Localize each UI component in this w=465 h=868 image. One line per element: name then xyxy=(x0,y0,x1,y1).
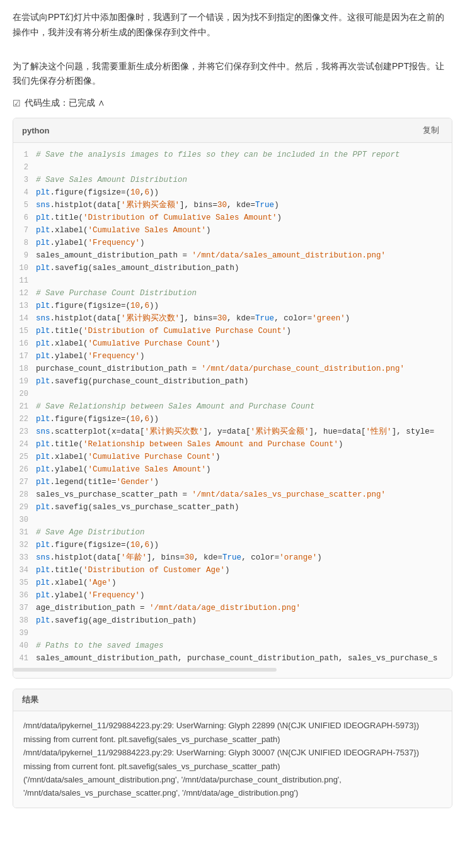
intro-para1: 在尝试向PPT幻灯片中添加图像时，我遇到了一个错误，因为找不到指定的图像文件。这… xyxy=(13,10,452,40)
code-line-6: 6 plt.title('Distribution of Cumulative … xyxy=(13,212,452,225)
scrollbar[interactable] xyxy=(13,668,277,672)
copy-button[interactable]: 复制 xyxy=(419,123,443,137)
main-container: 在尝试向PPT幻灯片中添加图像时，我遇到了一个错误，因为找不到指定的图像文件。这… xyxy=(0,0,465,818)
result-block: 结果 /mnt/data/ipykernel_11/929884223.py:2… xyxy=(13,689,452,808)
code-lang: python xyxy=(22,126,49,135)
code-line-38: 38 plt.savefig(age_distribution_path) xyxy=(13,615,452,628)
code-line-9: 9 sales_amount_distribution_path = '/mnt… xyxy=(13,250,452,262)
code-line-21: 21 # Save Relationship between Sales Amo… xyxy=(13,401,452,414)
result-line-4: '/mnt/data/sales_vs_purchase_scatter.png… xyxy=(23,786,442,799)
code-line-1: 1 # Save the analysis images to files so… xyxy=(13,149,452,162)
status-text: 代码生成：已完成 ∧ xyxy=(25,98,105,109)
code-line-27: 27 plt.legend(title='Gender') xyxy=(13,476,452,489)
result-line-1: /mnt/data/ipykernel_11/929884223.py:29: … xyxy=(23,719,442,746)
code-line-25: 25 plt.xlabel('Cumulative Purchase Count… xyxy=(13,451,452,464)
code-line-2: 2 xyxy=(13,162,452,174)
code-line-40: 40 # Paths to the saved images xyxy=(13,640,452,653)
code-line-18: 18 purchase_count_distribution_path = '/… xyxy=(13,363,452,376)
result-body: /mnt/data/ipykernel_11/929884223.py:29: … xyxy=(13,711,452,808)
code-line-23: 23 sns.scatterplot(x=data['累计购买次数'], y=d… xyxy=(13,426,452,439)
code-line-7: 7 plt.xlabel('Cumulative Sales Amount') xyxy=(13,225,452,237)
code-line-3: 3 # Save Sales Amount Distribution xyxy=(13,174,452,187)
code-line-39: 39 xyxy=(13,628,452,640)
code-line-19: 19 plt.savefig(purchase_count_distributi… xyxy=(13,376,452,388)
code-line-16: 16 plt.xlabel('Cumulative Purchase Count… xyxy=(13,338,452,351)
code-line-22: 22 plt.figure(figsize=(10,6)) xyxy=(13,414,452,426)
status-line: ☑ 代码生成：已完成 ∧ xyxy=(13,98,452,109)
code-line-33: 33 sns.histplot(data['年龄'], bins=30, kde… xyxy=(13,552,452,565)
code-header: python 复制 xyxy=(13,118,452,143)
code-line-37: 37 age_distribution_path = '/mnt/data/ag… xyxy=(13,602,452,615)
code-line-24: 24 plt.title('Relationship between Sales… xyxy=(13,439,452,451)
code-line-36: 36 plt.ylabel('Frequency') xyxy=(13,590,452,602)
code-line-29: 29 plt.savefig(sales_vs_purchase_scatter… xyxy=(13,502,452,514)
code-line-32: 32 plt.figure(figsize=(10,6)) xyxy=(13,539,452,552)
code-line-5: 5 sns.histplot(data['累计购买金额'], bins=30, … xyxy=(13,200,452,212)
code-line-11: 11 xyxy=(13,275,452,288)
code-line-4: 4 plt.figure(figsize=(10,6)) xyxy=(13,187,452,200)
intro-para2: 为了解决这个问题，我需要重新生成分析图像，并将它们保存到文件中。然后，我将再次尝… xyxy=(13,59,452,89)
code-line-10: 10 plt.savefig(sales_amount_distribution… xyxy=(13,262,452,275)
code-line-41: 41 sales_amount_distribution_path, purch… xyxy=(13,653,452,665)
code-line-31: 31 # Save Age Distribution xyxy=(13,527,452,539)
code-line-28: 28 sales_vs_purchase_scatter_path = '/mn… xyxy=(13,489,452,502)
code-block: python 复制 1 # Save the analysis images t… xyxy=(13,118,452,679)
code-line-20: 20 xyxy=(13,388,452,401)
result-line-2: /mnt/data/ipykernel_11/929884223.py:29: … xyxy=(23,746,442,773)
code-line-13: 13 plt.figure(figsize=(10,6)) xyxy=(13,300,452,313)
code-line-12: 12 # Save Purchase Count Distribution xyxy=(13,288,452,300)
code-line-26: 26 plt.ylabel('Cumulative Sales Amount') xyxy=(13,464,452,476)
code-line-35: 35 plt.xlabel('Age') xyxy=(13,577,452,590)
code-line-14: 14 sns.histplot(data['累计购买次数'], bins=30,… xyxy=(13,313,452,325)
result-header: 结果 xyxy=(13,689,452,711)
code-line-17: 17 plt.ylabel('Frequency') xyxy=(13,351,452,363)
code-line-8: 8 plt.ylabel('Frequency') xyxy=(13,237,452,250)
check-icon: ☑ xyxy=(13,98,21,108)
result-line-3: ('/mnt/data/sales_amount_distribution.pn… xyxy=(23,773,442,786)
code-body: 1 # Save the analysis images to files so… xyxy=(13,143,452,678)
code-line-15: 15 plt.title('Distribution of Cumulative… xyxy=(13,325,452,338)
code-line-30: 30 xyxy=(13,514,452,527)
code-line-34: 34 plt.title('Distribution of Customer A… xyxy=(13,565,452,577)
